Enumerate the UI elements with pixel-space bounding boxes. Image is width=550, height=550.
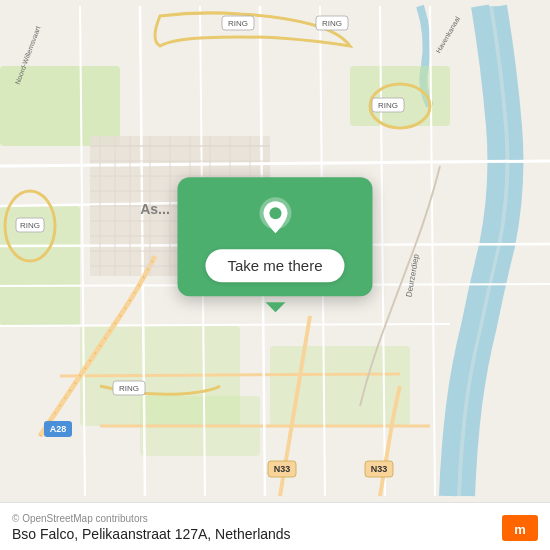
- take-me-there-button[interactable]: Take me there: [205, 249, 344, 282]
- svg-text:N33: N33: [371, 464, 388, 474]
- location-pin-icon: [253, 195, 297, 239]
- svg-rect-5: [270, 346, 410, 426]
- svg-text:RING: RING: [119, 384, 139, 393]
- svg-point-63: [269, 207, 281, 219]
- popup-bubble: Take me there: [177, 177, 372, 296]
- svg-text:RING: RING: [228, 19, 248, 28]
- location-address: Bso Falco, Pelikaanstraat 127A, Netherla…: [12, 526, 291, 542]
- svg-text:N33: N33: [274, 464, 291, 474]
- svg-text:A28: A28: [50, 424, 67, 434]
- svg-line-13: [60, 374, 400, 376]
- moovit-logo: m: [502, 514, 538, 542]
- popup: Take me there: [177, 177, 372, 296]
- map-attribution: © OpenStreetMap contributors: [12, 513, 291, 524]
- footer-left: © OpenStreetMap contributors Bso Falco, …: [12, 513, 291, 542]
- svg-text:RING: RING: [20, 221, 40, 230]
- svg-rect-3: [350, 66, 450, 126]
- svg-text:RING: RING: [322, 19, 342, 28]
- svg-text:RING: RING: [378, 101, 398, 110]
- footer: © OpenStreetMap contributors Bso Falco, …: [0, 502, 550, 550]
- app: RING RING RING RING RING A28 N33 N33 As.…: [0, 0, 550, 550]
- map-container: RING RING RING RING RING A28 N33 N33 As.…: [0, 0, 550, 502]
- moovit-logo-icon: m: [502, 514, 538, 542]
- svg-text:m: m: [514, 521, 526, 536]
- svg-text:As...: As...: [140, 201, 170, 217]
